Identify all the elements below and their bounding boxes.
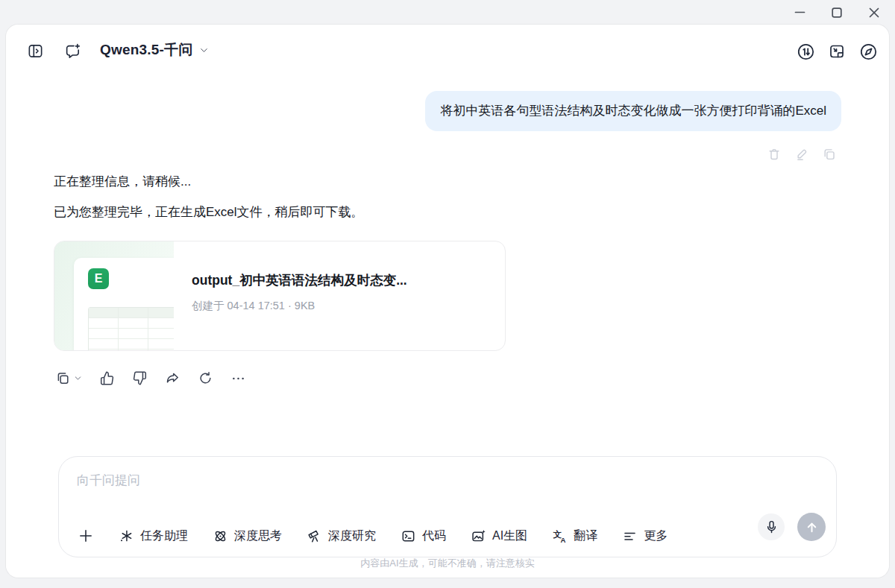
microphone-icon [764,519,779,535]
sidebar-toggle-icon[interactable] [27,42,44,60]
tool-more[interactable]: 更多 [622,528,668,544]
tool-label: 深度思考 [234,528,282,544]
send-button[interactable] [797,513,826,541]
sparkle-icon [119,528,134,544]
tool-translate[interactable]: 文A 翻译 [552,528,597,544]
file-attachment-card[interactable]: E output_初中英语语法结构及时态变... 创建于 04-14 17:51… [54,241,506,351]
share-icon[interactable] [165,370,180,386]
microphone-button[interactable] [758,513,785,540]
regenerate-icon[interactable] [198,370,213,386]
tool-task-assistant[interactable]: 任务助理 [119,528,188,544]
edit-icon[interactable] [794,147,809,162]
assistant-message: 正在整理信息，请稍候... 已为您整理完毕，正在生成Excel文件，稍后即可下载… [54,171,364,223]
tool-label: 更多 [644,528,668,544]
more-lines-icon [622,528,638,544]
ai-disclaimer: 内容由AI生成，可能不准确，请注意核实 [6,557,889,570]
chevron-down-icon [74,374,82,382]
code-icon [401,528,416,544]
assistant-line: 正在整理信息，请稍候... [54,171,364,192]
copy-response-button[interactable] [55,370,82,386]
tool-label: 任务助理 [140,528,188,544]
telescope-icon [307,528,322,544]
file-thumbnail: E [54,241,174,350]
chat-input[interactable] [77,473,718,488]
file-meta: 创建于 04-14 17:51 · 9KB [192,299,487,313]
tool-code[interactable]: 代码 [401,528,446,544]
more-dots-icon[interactable] [230,370,246,386]
tool-deep-thinking[interactable]: 深度思考 [213,528,282,544]
user-message-bubble: 将初中英语各句型语法结构及时态变化做成一张方便打印背诵的Excel [425,91,841,131]
thumbs-up-icon[interactable] [99,370,115,386]
mini-window-icon[interactable] [828,42,845,60]
tool-label: 深度研究 [328,528,376,544]
close-button[interactable] [868,7,880,19]
atom-icon [213,528,228,544]
tool-label: 代码 [422,528,446,544]
spreadsheet-preview-grid [88,307,174,350]
new-chat-icon[interactable] [64,42,81,60]
copy-icon [55,370,71,386]
model-selector[interactable]: Qwen3.5-千问 [100,40,209,60]
discover-compass-icon[interactable] [859,42,876,60]
maximize-button[interactable] [831,7,843,19]
tool-label: AI生图 [492,528,527,544]
tool-label: 翻译 [574,528,597,544]
translate-icon: 文A [552,528,568,544]
send-arrow-icon [804,519,820,535]
file-name: output_初中英语语法结构及时态变... [192,271,487,289]
chevron-down-icon [199,45,209,55]
thumbs-down-icon[interactable] [132,370,148,386]
composer: 任务助理 深度思考 深度研究 代码 AI生图 文A 翻译 [58,456,837,557]
tool-deep-research[interactable]: 深度研究 [307,528,376,544]
delete-icon[interactable] [767,147,782,162]
image-gen-icon [471,528,486,544]
minimize-button[interactable] [794,7,806,19]
os-title-bar [0,0,895,25]
page-title: Qwen3.5-千问 [100,40,192,60]
svg-text:A: A [561,535,566,543]
usage-limit-icon[interactable] [797,42,814,60]
attach-plus-button[interactable] [78,528,94,544]
app-panel: Qwen3.5-千问 将初中英语各句型语法结构及时态变化做成一张方便打印背诵的E… [6,25,889,578]
tool-ai-image[interactable]: AI生图 [471,528,527,544]
excel-file-icon: E [88,268,109,289]
copy-icon[interactable] [822,147,837,162]
assistant-line: 已为您整理完毕，正在生成Excel文件，稍后即可下载。 [54,202,364,223]
